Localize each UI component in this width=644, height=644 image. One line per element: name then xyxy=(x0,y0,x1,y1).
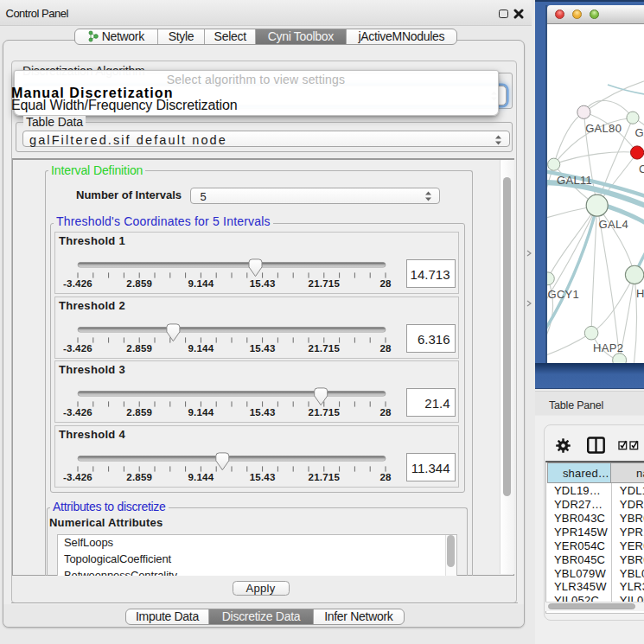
svg-text:21.715: 21.715 xyxy=(309,343,341,354)
svg-text:-3.426: -3.426 xyxy=(63,278,92,289)
svg-text:9.144: 9.144 xyxy=(188,278,214,289)
svg-text:28: 28 xyxy=(379,278,392,289)
svg-text:28: 28 xyxy=(379,407,392,418)
svg-text:GAL80: GAL80 xyxy=(585,122,622,135)
svg-text:9.144: 9.144 xyxy=(188,407,214,418)
svg-text:-3.426: -3.426 xyxy=(63,343,92,354)
svg-text:15.43: 15.43 xyxy=(250,472,276,482)
svg-text:2.859: 2.859 xyxy=(126,407,152,418)
svg-text:GAL11: GAL11 xyxy=(557,174,592,187)
svg-text:2.859: 2.859 xyxy=(126,343,152,354)
svg-text:-3.426: -3.426 xyxy=(63,407,92,418)
svg-text:28: 28 xyxy=(379,343,392,354)
svg-text:GCY1: GCY1 xyxy=(548,288,580,301)
svg-text:HAP2: HAP2 xyxy=(593,341,623,354)
svg-text:9.144: 9.144 xyxy=(188,343,214,354)
svg-text:2.859: 2.859 xyxy=(126,472,152,482)
svg-text:21.715: 21.715 xyxy=(309,278,341,289)
svg-text:21.715: 21.715 xyxy=(309,472,341,482)
svg-text:-3.426: -3.426 xyxy=(63,472,92,482)
svg-text:HIS4: HIS4 xyxy=(636,287,644,300)
svg-text:GAL4: GAL4 xyxy=(599,218,628,231)
svg-text:9.144: 9.144 xyxy=(188,472,214,482)
svg-text:15.43: 15.43 xyxy=(250,407,276,418)
svg-text:CYC1: CYC1 xyxy=(639,163,644,175)
svg-text:2.859: 2.859 xyxy=(126,278,152,289)
svg-text:21.715: 21.715 xyxy=(309,407,341,418)
svg-text:15.43: 15.43 xyxy=(250,278,276,289)
svg-text:GAL3: GAL3 xyxy=(635,126,644,139)
svg-text:28: 28 xyxy=(379,472,392,482)
svg-text:15.43: 15.43 xyxy=(250,343,276,354)
